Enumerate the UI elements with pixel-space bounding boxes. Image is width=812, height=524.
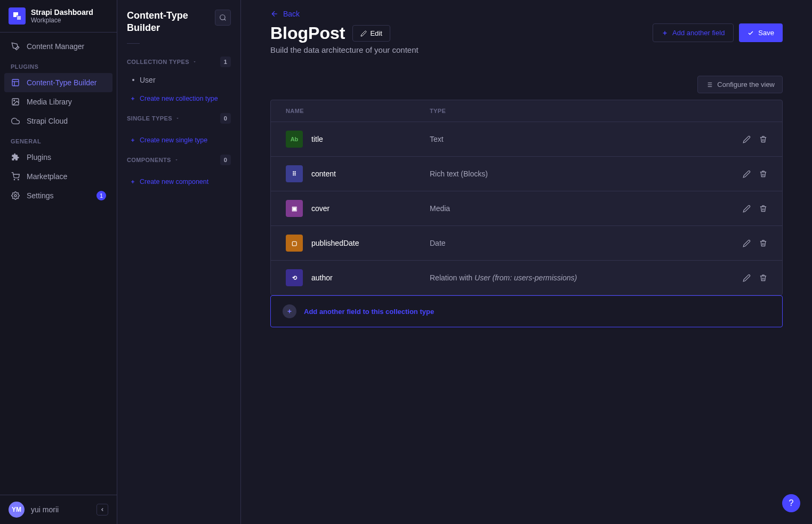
search-button[interactable]: [215, 10, 231, 26]
add-another-field-button[interactable]: Add another field: [653, 23, 734, 42]
page-description: Build the data architecture of your cont…: [270, 45, 645, 54]
create-new-link[interactable]: Create new collection type: [127, 92, 231, 110]
sub-group-header[interactable]: SINGLE TYPES 0: [127, 110, 231, 127]
sub-group-header[interactable]: COLLECTION TYPES 1: [127, 53, 231, 70]
field-type-icon: ⟲: [286, 269, 303, 286]
help-fab[interactable]: ?: [782, 494, 800, 512]
nav-label: Plugins: [27, 153, 51, 162]
nav-label: Marketplace: [27, 172, 67, 181]
field-type: Text: [430, 135, 743, 143]
nav-plugins[interactable]: Plugins: [4, 148, 112, 167]
divider: [127, 43, 140, 44]
field-type: Rich text (Blocks): [430, 170, 743, 178]
delete-field-icon[interactable]: [759, 274, 767, 282]
sub-list-item[interactable]: User: [127, 72, 231, 87]
settings-badge: 1: [97, 191, 106, 200]
table-row: Ab title Text: [271, 122, 782, 157]
edit-button[interactable]: Edit: [352, 25, 390, 42]
nav-strapi-cloud[interactable]: Strapi Cloud: [4, 111, 112, 131]
col-type-header: TYPE: [430, 108, 725, 114]
nav-label: Content-Type Builder: [27, 78, 97, 87]
add-field-panel[interactable]: Add another field to this collection typ…: [270, 295, 783, 327]
save-button[interactable]: Save: [739, 23, 783, 42]
field-type: Relation with User (from: users-permissi…: [430, 273, 743, 282]
back-label: Back: [283, 10, 300, 18]
puzzle-icon: [11, 152, 20, 162]
brand-title: Strapi Dashboard: [31, 8, 93, 17]
table-row: ⠿ content Rich text (Blocks): [271, 157, 782, 191]
table-row: ▢ publishedDate Date: [271, 226, 782, 261]
edit-field-icon[interactable]: [743, 205, 751, 213]
edit-field-icon[interactable]: [743, 135, 751, 143]
create-new-link[interactable]: Create new single type: [127, 133, 231, 151]
delete-field-icon[interactable]: [759, 170, 767, 178]
nav-media-library[interactable]: Media Library: [4, 92, 112, 111]
sub-sidebar-title: Content-Type Builder: [127, 10, 211, 35]
svg-line-9: [224, 19, 226, 21]
nav-label: Content Manager: [27, 42, 84, 51]
nav-content-type-builder[interactable]: Content-Type Builder: [4, 73, 112, 92]
svg-point-5: [14, 179, 14, 180]
nav-label: Media Library: [27, 98, 72, 106]
user-name: yui morii: [31, 505, 59, 514]
bullet-icon: [132, 79, 134, 81]
col-name-header: NAME: [286, 108, 430, 114]
field-name: author: [311, 273, 333, 282]
create-new-link[interactable]: Create new component: [127, 175, 231, 193]
content-type-sidebar: Content-Type Builder COLLECTION TYPES 1U…: [117, 0, 241, 524]
delete-field-icon[interactable]: [759, 135, 767, 143]
gear-icon: [11, 191, 20, 200]
page-title: BlogPost: [270, 23, 345, 43]
nav-section-general: GENERAL: [4, 131, 112, 148]
group-count: 1: [220, 57, 231, 67]
field-name: title: [311, 135, 323, 143]
nav-content-manager[interactable]: Content Manager: [4, 37, 112, 56]
fields-table: NAME TYPE Ab title Text ⠿ content Rich t…: [270, 100, 783, 295]
sub-group-header[interactable]: COMPONENTS 0: [127, 151, 231, 168]
field-name: cover: [311, 204, 329, 213]
strapi-logo-icon: [9, 7, 26, 25]
table-row: ▣ cover Media: [271, 191, 782, 226]
caret-down-icon: [175, 116, 180, 120]
svg-point-6: [18, 179, 19, 180]
nav-marketplace[interactable]: Marketplace: [4, 167, 112, 186]
avatar[interactable]: YM: [9, 502, 25, 518]
svg-point-8: [220, 15, 225, 20]
configure-view-button[interactable]: Configure the view: [697, 76, 783, 93]
svg-rect-0: [12, 79, 19, 86]
field-type-icon: ⠿: [286, 165, 303, 182]
plus-icon: [130, 96, 135, 101]
field-type-icon: Ab: [286, 131, 303, 148]
nav-settings[interactable]: Settings 1: [4, 186, 112, 205]
group-count: 0: [220, 113, 231, 124]
nav-section-plugins: PLUGINS: [4, 56, 112, 73]
field-type-icon: ▢: [286, 235, 303, 252]
field-name: publishedDate: [311, 239, 359, 247]
collapse-sidebar-button[interactable]: [97, 504, 108, 515]
save-label: Save: [758, 29, 774, 37]
caret-down-icon: [192, 60, 197, 64]
edit-field-icon[interactable]: [743, 274, 751, 282]
group-count: 0: [220, 155, 231, 165]
edit-label: Edit: [370, 29, 382, 37]
plus-icon: [283, 304, 296, 318]
nav-label: Settings: [27, 191, 54, 200]
plus-icon: [130, 138, 135, 143]
pen-icon: [11, 42, 20, 51]
main-content: Back BlogPost Edit Build the data archit…: [241, 0, 812, 524]
svg-point-7: [14, 195, 17, 197]
back-link[interactable]: Back: [270, 10, 783, 18]
nav: Content Manager PLUGINS Content-Type Bui…: [0, 33, 117, 495]
layout-icon: [11, 78, 20, 87]
delete-field-icon[interactable]: [759, 205, 767, 213]
cart-icon: [11, 172, 20, 181]
add-field-panel-label: Add another field to this collection typ…: [304, 308, 434, 316]
caret-down-icon: [174, 158, 179, 162]
main-sidebar: Strapi Dashboard Workplace Content Manag…: [0, 0, 117, 524]
brand-subtitle: Workplace: [31, 17, 93, 24]
delete-field-icon[interactable]: [759, 239, 767, 247]
edit-field-icon[interactable]: [743, 170, 751, 178]
nav-label: Strapi Cloud: [27, 117, 68, 125]
edit-field-icon[interactable]: [743, 239, 751, 247]
cloud-icon: [11, 116, 20, 126]
